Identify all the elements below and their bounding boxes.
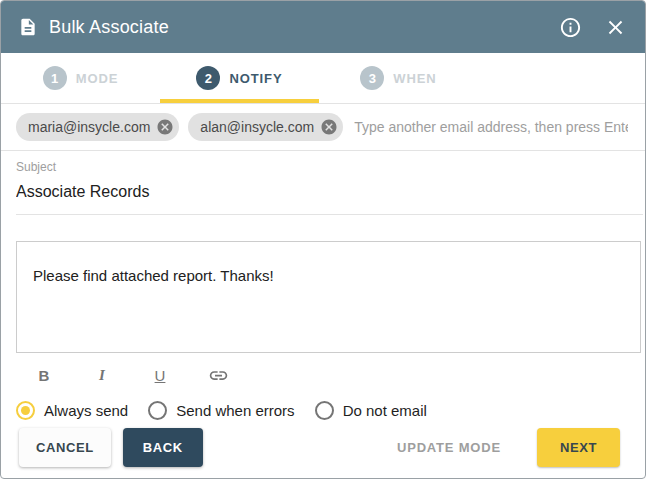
radio-unselected-icon[interactable] [315, 401, 334, 420]
message-box: Please find attached report. Thanks! [16, 241, 641, 353]
back-button[interactable]: BACK [123, 428, 203, 467]
step-number: 1 [43, 66, 67, 90]
email-chip: maria@insycle.com [16, 113, 179, 141]
radio-always-send[interactable]: Always send [16, 401, 128, 420]
message-input[interactable]: Please find attached report. Thanks! [17, 242, 640, 352]
format-toolbar: B I U [31, 365, 645, 386]
next-button[interactable]: NEXT [537, 428, 620, 467]
tab-notify[interactable]: 2 NOTIFY [160, 53, 319, 103]
step-number: 3 [360, 66, 384, 90]
email-input[interactable] [352, 118, 630, 136]
radio-do-not-email[interactable]: Do not email [315, 401, 427, 420]
email-chip: alan@insycle.com [188, 113, 343, 141]
italic-button[interactable]: I [89, 367, 115, 384]
recipients-row: maria@insycle.com alan@insycle.com [1, 104, 645, 151]
info-icon[interactable] [559, 16, 582, 39]
radio-selected-icon[interactable] [16, 401, 35, 420]
close-icon[interactable] [604, 16, 627, 39]
dialog-header: Bulk Associate [1, 1, 645, 53]
radio-label: Send when errors [176, 402, 294, 419]
cancel-button[interactable]: CANCEL [19, 428, 111, 467]
tab-when[interactable]: 3 WHEN [319, 53, 478, 103]
dialog-footer: CANCEL BACK UPDATE MODE NEXT [1, 428, 645, 478]
stepper: 1 MODE 2 NOTIFY 3 WHEN [1, 53, 645, 104]
dialog-title: Bulk Associate [49, 17, 169, 38]
tab-mode[interactable]: 1 MODE [1, 53, 160, 103]
radio-label: Always send [44, 402, 128, 419]
radio-unselected-icon[interactable] [148, 401, 167, 420]
email-chip-label: alan@insycle.com [200, 119, 314, 135]
document-icon [18, 17, 38, 37]
update-mode-button[interactable]: UPDATE MODE [381, 428, 517, 467]
subject-field: Subject [1, 151, 645, 215]
step-label: NOTIFY [229, 71, 282, 86]
step-number: 2 [196, 66, 220, 90]
remove-circle-icon[interactable] [320, 118, 338, 136]
bold-button[interactable]: B [31, 367, 57, 384]
step-label: WHEN [393, 71, 436, 86]
send-options: Always send Send when errors Do not emai… [16, 401, 630, 420]
radio-send-when-errors[interactable]: Send when errors [148, 401, 294, 420]
subject-input[interactable] [16, 174, 643, 214]
radio-label: Do not email [343, 402, 427, 419]
email-chip-label: maria@insycle.com [28, 119, 150, 135]
link-icon[interactable] [205, 365, 231, 386]
subject-label: Subject [16, 160, 643, 174]
remove-circle-icon[interactable] [156, 118, 174, 136]
underline-button[interactable]: U [147, 367, 173, 384]
step-label: MODE [76, 71, 119, 86]
bulk-associate-dialog: Bulk Associate 1 MODE 2 NOTIFY 3 WHEN ma… [0, 0, 646, 479]
